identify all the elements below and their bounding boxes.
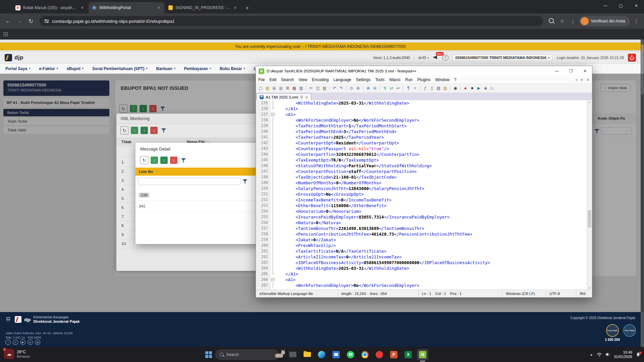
website-icon[interactable]: @ <box>35 340 40 345</box>
code-line[interactable]: 235 <WithholdingDate>2025-03-31</Withhol… <box>256 100 587 106</box>
indent-guide-icon[interactable]: ≡ <box>412 85 418 91</box>
tab-close-icon[interactable]: ✕ <box>80 6 85 10</box>
taskbar-app-notepad-plus-plus[interactable]: N <box>417 349 428 360</box>
code-line[interactable]: 240 <TaxPeriodMonthEnd>3</TaxPeriodMonth… <box>256 129 587 134</box>
taskbar-app-excel[interactable]: X <box>402 349 414 360</box>
wifi-icon[interactable] <box>596 352 602 357</box>
taskbar-app-powerpoint[interactable]: P <box>388 349 399 360</box>
weather-widget[interactable]: ☁ 28°C Berawan <box>4 349 30 359</box>
menu-plugins[interactable]: Plugins <box>415 77 433 82</box>
code-line[interactable]: 258 <PensionContributionJhtThtFee>461420… <box>256 231 587 237</box>
nav-item-ebupot[interactable]: eBupot▾ <box>67 66 84 71</box>
record-macro-icon[interactable]: ● <box>463 85 468 91</box>
notepadpp-maximize-button[interactable]: ❐ <box>564 66 578 76</box>
new-document-icon[interactable]: + <box>576 78 578 82</box>
show-all-characters-icon[interactable]: ¶ <box>406 85 411 91</box>
close-document-icon[interactable]: ✕ <box>586 78 589 82</box>
menu-search[interactable]: Search <box>279 77 296 82</box>
announcements-icon[interactable]: Baru <box>433 55 438 60</box>
address-bar[interactable]: coretaxdjp.pajak.go.id/withholding-slips… <box>40 16 543 26</box>
notepadpp-titlebar[interactable]: N D:\Aisyah Tax\KLIEN 2025\GRUP RAR\TMI\… <box>256 66 592 76</box>
filter-button[interactable] <box>180 157 187 164</box>
downloads-icon[interactable]: ↓ <box>569 18 577 24</box>
close-all-icon[interactable]: ▩ <box>291 85 297 91</box>
nav-item-buku-besar[interactable]: Buku Besar▾ <box>220 66 245 71</box>
taskbar-clock[interactable]: 10:49 31/01/2026 <box>614 350 632 359</box>
run-macro-icon[interactable]: ▷ <box>489 85 495 91</box>
status-eol[interactable]: Windows (CR LF) <box>502 290 546 297</box>
taskbar-app-chrome[interactable] <box>359 349 371 360</box>
code-line[interactable]: 262 <Article21IncomeTax>0</Article21Inco… <box>256 254 587 260</box>
folder-as-workspace-icon[interactable]: ▤ <box>442 85 448 91</box>
menu-settings[interactable]: Settings <box>354 77 373 82</box>
browser-menu-icon[interactable]: ⋮ <box>632 18 641 24</box>
nav-item-surat-pemberitahuan-spt-[interactable]: Surat Pemberitahuan (SPT)▾ <box>92 66 147 71</box>
menu-encoding[interactable]: Encoding <box>310 77 331 82</box>
close-icon[interactable]: ⊠ <box>285 85 290 91</box>
editor-scrollbar-thumb[interactable] <box>588 210 591 228</box>
tab-close-icon[interactable]: ✕ <box>157 6 161 10</box>
code-line[interactable]: 242 <CounterpartOpt>Resident</Counterpar… <box>256 140 587 146</box>
apps-grid-icon[interactable] <box>3 32 8 37</box>
code-line[interactable]: 266 <A1> <box>256 277 587 283</box>
code-line[interactable]: 264 <WithholdingDate>2025-03-31</Withhol… <box>256 265 587 271</box>
save-all-icon[interactable]: ▦ <box>278 85 284 91</box>
code-line[interactable]: 243 <CounterpartPassport xsi:nil="true"/… <box>256 146 587 152</box>
replace-icon[interactable]: ⊛ <box>355 85 361 91</box>
document-list-icon[interactable]: ▤ <box>436 85 441 91</box>
menu-[interactable]: ? <box>452 77 459 82</box>
code-line[interactable]: 261 <TaxCertificate>N/A</TaxCertificate> <box>256 248 587 254</box>
code-line[interactable]: 238 <WorkForSecondEmployer>No</WorkForSe… <box>256 117 587 123</box>
window-close-button[interactable]: ✕ <box>629 0 644 11</box>
notepadpp-editor[interactable]: 235 <WithholdingDate>2025-03-31</Withhol… <box>256 100 587 290</box>
window-minimize-button[interactable]: — <box>598 0 613 11</box>
code-line[interactable]: 251 <GrossUpOpt>No</GrossUpOpt> <box>256 191 587 197</box>
back-icon[interactable]: ← <box>3 18 13 24</box>
sync-vertical-icon[interactable]: ⇅ <box>382 85 388 91</box>
document-map-icon[interactable]: ▯ <box>429 85 435 91</box>
code-line[interactable]: 259 <Zakat>0</Zakat> <box>256 237 587 243</box>
tab-close-icon[interactable]: ✕ <box>233 6 237 10</box>
code-line[interactable]: 245 <TaxExemptOpt>TK/0</TaxExemptOpt> <box>256 157 587 163</box>
code-line[interactable]: 256 <Natura>0</Natura> <box>256 220 587 226</box>
taskbar-app-edge[interactable] <box>316 349 327 360</box>
nav-item-bantuan[interactable]: Bantuan▾ <box>156 66 175 71</box>
status-encoding[interactable]: UTF-8 <box>546 290 576 297</box>
code-line[interactable]: 255 <InsurancePaidByEmployer>83055.7314<… <box>256 214 587 220</box>
code-line[interactable]: 248 <TaxObjectCode>21-100-01</TaxObjectC… <box>256 174 587 180</box>
browser-tab-gmail[interactable]: M Kotak Masuk (155) - aisyahnur... ✕ <box>12 2 88 13</box>
code-line[interactable]: 249 <NumberOfMonths>0</NumberOfMonths> <box>256 180 587 186</box>
instagram-icon[interactable]: ◎ <box>28 340 33 345</box>
redo-icon[interactable]: ↷ <box>338 85 344 91</box>
menu-tools[interactable]: Tools <box>373 77 387 82</box>
bookmark-star-icon[interactable]: ☆ <box>558 18 567 24</box>
menu-window[interactable]: Window <box>433 77 452 82</box>
code-line[interactable]: 253 <OtherBenefit>1150000</OtherBenefit> <box>256 203 587 208</box>
code-line[interactable]: 257 <TantiemBonusThr>2261498.63013699</T… <box>256 226 587 231</box>
code-line[interactable]: 250 <SalaryPensionJhtTht>13843000</Salar… <box>256 186 587 191</box>
menu-edit[interactable]: Edit <box>267 77 279 82</box>
status-insert-mode[interactable]: INS <box>576 290 592 297</box>
account-menu[interactable]: 0508615499077000 TRINITI MEDIATAMA INDON… <box>452 54 553 61</box>
export-green-button[interactable]: ↓ <box>151 157 158 164</box>
copy-icon[interactable]: ◫ <box>315 85 321 91</box>
code-line[interactable]: 246 <StatusOfWithholding>PartialYear</St… <box>256 163 587 169</box>
function-list-icon[interactable]: ƒ <box>422 85 428 91</box>
code-line[interactable]: 247 <CounterpartPosition>staff</Counterp… <box>256 169 587 174</box>
notepadpp-file-tab[interactable]: A1 TMI 2025 3.xml ✕ <box>257 93 311 101</box>
code-line[interactable]: 239 <TaxPeriodMonthStart>1</TaxPeriodMon… <box>256 123 587 129</box>
scroll-up-icon[interactable]: ▲ <box>587 101 592 103</box>
help-icon[interactable]: ? <box>442 55 448 61</box>
editor-scrollbar[interactable]: ▲ ▼ <box>587 100 592 290</box>
x-icon[interactable]: X <box>13 340 18 345</box>
play-macro-icon[interactable]: ▶ <box>476 85 482 91</box>
notification-bell[interactable] <box>636 352 641 357</box>
pin-tab-icon[interactable] <box>300 96 303 99</box>
browser-tab-signing[interactable]: SIGNING_IN_PROGRESS - Pene... ✕ <box>165 2 241 13</box>
site-settings-icon[interactable] <box>44 19 49 23</box>
save-icon[interactable]: ▣ <box>271 85 277 91</box>
menu-macro[interactable]: Macro <box>387 77 403 82</box>
zoom-out-icon[interactable]: ⊖ <box>372 85 378 91</box>
print-icon[interactable]: ▥ <box>298 85 304 91</box>
find-icon[interactable]: ⊙ <box>348 85 354 91</box>
